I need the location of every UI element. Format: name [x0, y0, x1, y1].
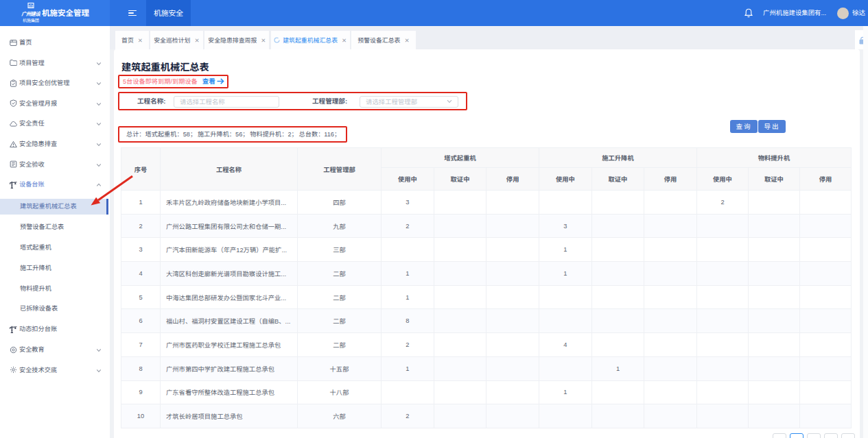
svg-text:机施集团: 机施集团: [23, 17, 39, 23]
svg-text:广州建设: 广州建设: [21, 10, 40, 17]
